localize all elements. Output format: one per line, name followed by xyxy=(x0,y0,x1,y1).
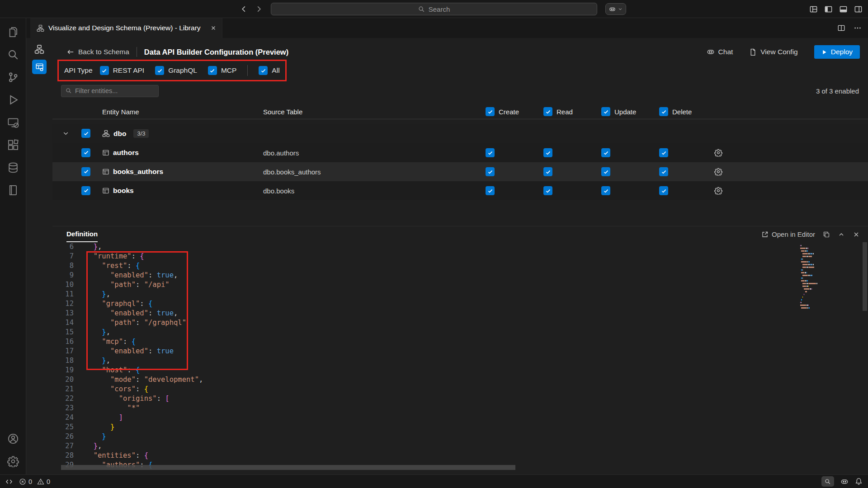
code-line[interactable]: 27 }, xyxy=(52,441,868,451)
tab-visualize-schema[interactable]: Visualize and Design Schema (Preview) - … xyxy=(30,18,222,38)
tab-close-icon[interactable] xyxy=(210,25,217,31)
problems-indicator[interactable]: 0 0 xyxy=(19,478,50,485)
schema-visualize-nav-icon[interactable] xyxy=(34,44,44,54)
code-line[interactable]: 14 "path": "/graphql" xyxy=(52,318,868,328)
code-line[interactable]: 23 "*" xyxy=(52,404,868,413)
api-type-checkbox[interactable] xyxy=(259,66,268,75)
code-line[interactable]: 22 "origins": [ xyxy=(52,394,868,404)
perm-header-checkbox[interactable] xyxy=(601,107,610,116)
entity-row[interactable]: authorsdbo.authors xyxy=(52,143,868,162)
code-line[interactable]: 7 "runtime": { xyxy=(52,252,868,261)
api-type-checkbox[interactable] xyxy=(100,66,109,75)
perm-checkbox[interactable] xyxy=(659,186,668,195)
perm-checkbox[interactable] xyxy=(601,167,610,176)
open-in-editor-button[interactable]: Open in Editor xyxy=(761,230,815,238)
code-line[interactable]: 16 "mcp": { xyxy=(52,337,868,347)
copilot-menu-button[interactable] xyxy=(605,3,626,15)
code-line[interactable]: 15 }, xyxy=(52,328,868,337)
database-projects-icon[interactable] xyxy=(2,179,24,202)
perm-header-checkbox[interactable] xyxy=(543,107,552,116)
perm-checkbox[interactable] xyxy=(601,148,610,157)
api-type-option[interactable]: MCP xyxy=(208,66,236,75)
api-type-checkbox[interactable] xyxy=(208,66,217,75)
filter-entities-box[interactable] xyxy=(61,85,159,97)
row-settings-gear-icon[interactable] xyxy=(709,187,868,195)
api-type-option[interactable]: All xyxy=(259,66,279,75)
code-line[interactable]: 26 } xyxy=(52,432,868,441)
accounts-icon[interactable] xyxy=(2,427,24,450)
remote-explorer-icon[interactable] xyxy=(2,111,24,134)
dab-config-nav-active[interactable] xyxy=(32,60,47,74)
copilot-status-icon[interactable] xyxy=(840,478,849,486)
toggle-sidebar-left-icon[interactable] xyxy=(824,5,833,14)
definition-tab[interactable]: Definition xyxy=(66,226,98,242)
entity-checkbox[interactable] xyxy=(81,148,90,157)
minimap[interactable] xyxy=(798,245,857,310)
entity-row[interactable]: books_authorsdbo.books_authors xyxy=(52,162,868,181)
perm-header-checkbox[interactable] xyxy=(486,107,495,116)
customize-layout-icon[interactable] xyxy=(809,5,818,14)
code-line[interactable]: 6 }, xyxy=(52,242,868,252)
group-checkbox[interactable] xyxy=(81,129,90,138)
api-type-checkbox[interactable] xyxy=(155,66,164,75)
code-line[interactable]: 13 "enabled": true, xyxy=(52,309,868,318)
more-actions-icon[interactable] xyxy=(854,24,862,32)
code-line[interactable]: 9 "enabled": true, xyxy=(52,271,868,280)
split-editor-icon[interactable] xyxy=(837,24,845,32)
code-line[interactable]: 20 "mode": "development", xyxy=(52,375,868,385)
view-config-button[interactable]: View Config xyxy=(749,48,797,56)
perm-checkbox[interactable] xyxy=(601,186,610,195)
code-line[interactable]: 24 ] xyxy=(52,413,868,422)
perm-checkbox[interactable] xyxy=(659,148,668,157)
api-type-option[interactable]: GraphQL xyxy=(155,66,197,75)
collapse-panel-icon[interactable] xyxy=(838,231,845,238)
code-line[interactable]: 17 "enabled": true xyxy=(52,347,868,356)
close-panel-icon[interactable] xyxy=(853,231,860,238)
zoom-status-button[interactable] xyxy=(821,476,834,487)
forward-icon[interactable] xyxy=(255,5,263,13)
back-icon[interactable] xyxy=(240,5,248,13)
perm-checkbox[interactable] xyxy=(486,167,495,176)
source-control-icon[interactable] xyxy=(2,66,24,89)
filter-entities-input[interactable] xyxy=(75,87,160,94)
remote-indicator-icon[interactable] xyxy=(5,478,13,485)
horizontal-scrollbar[interactable] xyxy=(61,465,515,470)
code-line[interactable]: 11 }, xyxy=(52,290,868,299)
code-line[interactable]: 10 "path": "/api" xyxy=(52,280,868,290)
entity-group-row[interactable]: dbo3/3 xyxy=(52,124,868,143)
code-line[interactable]: 25 } xyxy=(52,422,868,432)
definition-editor[interactable]: 6 },7 "runtime": {8 "rest": {9 "enabled"… xyxy=(52,242,868,474)
deploy-button[interactable]: Deploy xyxy=(814,45,860,59)
toggle-sidebar-right-icon[interactable] xyxy=(854,5,863,14)
chat-button[interactable]: Chat xyxy=(707,48,733,56)
search-view-icon[interactable] xyxy=(2,43,24,66)
perm-checkbox[interactable] xyxy=(486,148,495,157)
perm-checkbox[interactable] xyxy=(543,167,552,176)
explorer-icon[interactable] xyxy=(2,21,24,43)
notifications-bell-icon[interactable] xyxy=(855,478,863,485)
extensions-icon[interactable] xyxy=(2,134,24,156)
entity-checkbox[interactable] xyxy=(81,186,90,195)
database-icon[interactable] xyxy=(2,156,24,179)
copy-icon[interactable] xyxy=(823,231,830,238)
back-to-schema-button[interactable]: Back to Schema xyxy=(66,48,129,56)
code-line[interactable]: 19 "host": { xyxy=(52,366,868,375)
search-input[interactable]: Search xyxy=(271,3,597,15)
group-expand-chevron-icon[interactable] xyxy=(52,130,81,137)
entity-checkbox[interactable] xyxy=(81,167,90,176)
entity-row[interactable]: booksdbo.books xyxy=(52,181,868,200)
code-line[interactable]: 21 "cors": { xyxy=(52,385,868,394)
toggle-panel-icon[interactable] xyxy=(839,5,848,14)
code-line[interactable]: 18 }, xyxy=(52,356,868,366)
perm-checkbox[interactable] xyxy=(659,167,668,176)
code-line[interactable]: 12 "graphql": { xyxy=(52,299,868,309)
code-line[interactable]: 8 "rest": { xyxy=(52,261,868,271)
perm-checkbox[interactable] xyxy=(543,148,552,157)
code-line[interactable]: 28 "entities": { xyxy=(52,451,868,460)
row-settings-gear-icon[interactable] xyxy=(709,149,868,157)
api-type-option[interactable]: REST API xyxy=(100,66,145,75)
settings-gear-icon[interactable] xyxy=(2,450,24,473)
perm-checkbox[interactable] xyxy=(543,186,552,195)
perm-checkbox[interactable] xyxy=(486,186,495,195)
run-debug-icon[interactable] xyxy=(2,89,24,111)
